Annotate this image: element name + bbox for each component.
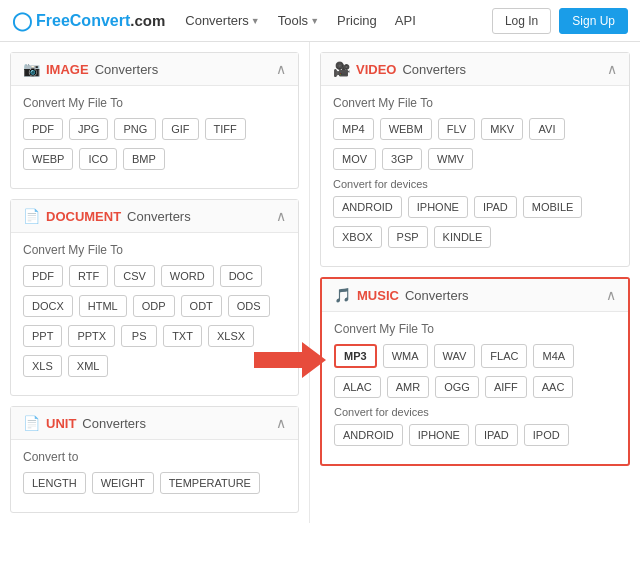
format-webm[interactable]: WEBM	[380, 118, 432, 140]
format-wmv[interactable]: WMV	[428, 148, 473, 170]
format-odp[interactable]: ODP	[133, 295, 175, 317]
video-formats-row1: MP4 WEBM FLV MKV AVI	[333, 118, 617, 140]
logo[interactable]: ◯ FreeConvert.com	[12, 10, 165, 32]
nav-pricing[interactable]: Pricing	[329, 9, 385, 32]
format-xlsx[interactable]: XLSX	[208, 325, 254, 347]
format-m4a[interactable]: M4A	[533, 344, 574, 368]
music-devices-label: Convert for devices	[334, 406, 616, 418]
format-ogg[interactable]: OGG	[435, 376, 479, 398]
document-panel-header: 📄 DOCUMENT Converters ∧	[11, 200, 298, 233]
format-mkv[interactable]: MKV	[481, 118, 523, 140]
music-devices-row1: ANDROID IPHONE IPAD IPOD	[334, 424, 616, 446]
unit-icon: 📄	[23, 415, 40, 431]
unit-convert-label: Convert to	[23, 450, 286, 464]
format-mp4[interactable]: MP4	[333, 118, 374, 140]
nav-api[interactable]: API	[387, 9, 424, 32]
format-mp3[interactable]: MP3	[334, 344, 377, 368]
video-panel-header: 🎥 VIDEO Converters ∧	[321, 53, 629, 86]
format-iphone[interactable]: IPHONE	[408, 196, 468, 218]
music-panel-body: Convert My File To MP3 WMA WAV FLAC M	[322, 312, 628, 464]
format-ipad[interactable]: IPAD	[475, 424, 518, 446]
format-ppt[interactable]: PPT	[23, 325, 62, 347]
video-devices-row2: XBOX PSP KINDLE	[333, 226, 617, 248]
format-doc[interactable]: DOC	[220, 265, 262, 287]
format-xbox[interactable]: XBOX	[333, 226, 382, 248]
image-panel-title: 📷 IMAGE Converters	[23, 61, 158, 77]
format-aiff[interactable]: AIFF	[485, 376, 527, 398]
format-alac[interactable]: ALAC	[334, 376, 381, 398]
format-aac[interactable]: AAC	[533, 376, 574, 398]
format-gif[interactable]: GIF	[162, 118, 198, 140]
format-ipad[interactable]: IPAD	[474, 196, 517, 218]
document-formats-row1: PDF RTF CSV WORD DOC	[23, 265, 286, 287]
format-txt[interactable]: TXT	[163, 325, 202, 347]
main-content: 📷 IMAGE Converters ∧ Convert My File To …	[0, 42, 640, 523]
image-panel-header: 📷 IMAGE Converters ∧	[11, 53, 298, 86]
nav-links: Converters ▼ Tools ▼ Pricing API	[177, 9, 480, 32]
format-ico[interactable]: ICO	[79, 148, 117, 170]
format-weight[interactable]: WEIGHT	[92, 472, 154, 494]
format-xml[interactable]: XML	[68, 355, 109, 377]
unit-panel-body: Convert to LENGTH WEIGHT TEMPERATURE	[11, 440, 298, 512]
format-psp[interactable]: PSP	[388, 226, 428, 248]
format-temperature[interactable]: TEMPERATURE	[160, 472, 260, 494]
format-jpg[interactable]: JPG	[69, 118, 108, 140]
video-panel: 🎥 VIDEO Converters ∧ Convert My File To …	[320, 52, 630, 267]
format-flac[interactable]: FLAC	[481, 344, 527, 368]
video-devices-row1: ANDROID IPHONE IPAD MOBILE	[333, 196, 617, 218]
format-csv[interactable]: CSV	[114, 265, 155, 287]
unit-panel-title: 📄 UNIT Converters	[23, 415, 146, 431]
format-pdf[interactable]: PDF	[23, 265, 63, 287]
login-button[interactable]: Log In	[492, 8, 551, 34]
video-convert-label: Convert My File To	[333, 96, 617, 110]
format-flv[interactable]: FLV	[438, 118, 475, 140]
format-kindle[interactable]: KINDLE	[434, 226, 492, 248]
format-webp[interactable]: WEBP	[23, 148, 73, 170]
format-3gp[interactable]: 3GP	[382, 148, 422, 170]
format-pptx[interactable]: PPTX	[68, 325, 115, 347]
collapse-icon[interactable]: ∧	[607, 61, 617, 77]
music-formats-row1: MP3 WMA WAV FLAC M4A	[334, 344, 574, 368]
image-panel: 📷 IMAGE Converters ∧ Convert My File To …	[10, 52, 299, 189]
format-avi[interactable]: AVI	[529, 118, 565, 140]
music-formats-row1-wrapper: MP3 WMA WAV FLAC M4A	[334, 344, 616, 376]
collapse-icon[interactable]: ∧	[276, 415, 286, 431]
format-iphone[interactable]: IPHONE	[409, 424, 469, 446]
nav-tools[interactable]: Tools ▼	[270, 9, 327, 32]
document-icon: 📄	[23, 208, 40, 224]
music-panel: 🎵 MUSIC Converters ∧ Convert My File To	[320, 277, 630, 466]
format-png[interactable]: PNG	[114, 118, 156, 140]
logo-text: FreeConvert.com	[36, 12, 165, 30]
signup-button[interactable]: Sign Up	[559, 8, 628, 34]
nav-converters[interactable]: Converters ▼	[177, 9, 268, 32]
format-bmp[interactable]: BMP	[123, 148, 165, 170]
format-ps[interactable]: PS	[121, 325, 157, 347]
document-panel-title: 📄 DOCUMENT Converters	[23, 208, 191, 224]
format-mobile[interactable]: MOBILE	[523, 196, 583, 218]
format-amr[interactable]: AMR	[387, 376, 429, 398]
format-ods[interactable]: ODS	[228, 295, 270, 317]
format-odt[interactable]: ODT	[181, 295, 222, 317]
unit-formats-row1: LENGTH WEIGHT TEMPERATURE	[23, 472, 286, 494]
collapse-icon[interactable]: ∧	[606, 287, 616, 303]
format-wav[interactable]: WAV	[434, 344, 476, 368]
format-android[interactable]: ANDROID	[333, 196, 402, 218]
video-panel-title: 🎥 VIDEO Converters	[333, 61, 466, 77]
format-length[interactable]: LENGTH	[23, 472, 86, 494]
collapse-icon[interactable]: ∧	[276, 61, 286, 77]
format-pdf[interactable]: PDF	[23, 118, 63, 140]
format-ipod[interactable]: IPOD	[524, 424, 569, 446]
format-rtf[interactable]: RTF	[69, 265, 108, 287]
format-xls[interactable]: XLS	[23, 355, 62, 377]
format-word[interactable]: WORD	[161, 265, 214, 287]
video-panel-body: Convert My File To MP4 WEBM FLV MKV AVI …	[321, 86, 629, 266]
video-formats-row2: MOV 3GP WMV	[333, 148, 617, 170]
format-html[interactable]: HTML	[79, 295, 127, 317]
red-arrow	[254, 342, 326, 378]
format-wma[interactable]: WMA	[383, 344, 428, 368]
format-android[interactable]: ANDROID	[334, 424, 403, 446]
collapse-icon[interactable]: ∧	[276, 208, 286, 224]
format-mov[interactable]: MOV	[333, 148, 376, 170]
format-docx[interactable]: DOCX	[23, 295, 73, 317]
format-tiff[interactable]: TIFF	[205, 118, 246, 140]
